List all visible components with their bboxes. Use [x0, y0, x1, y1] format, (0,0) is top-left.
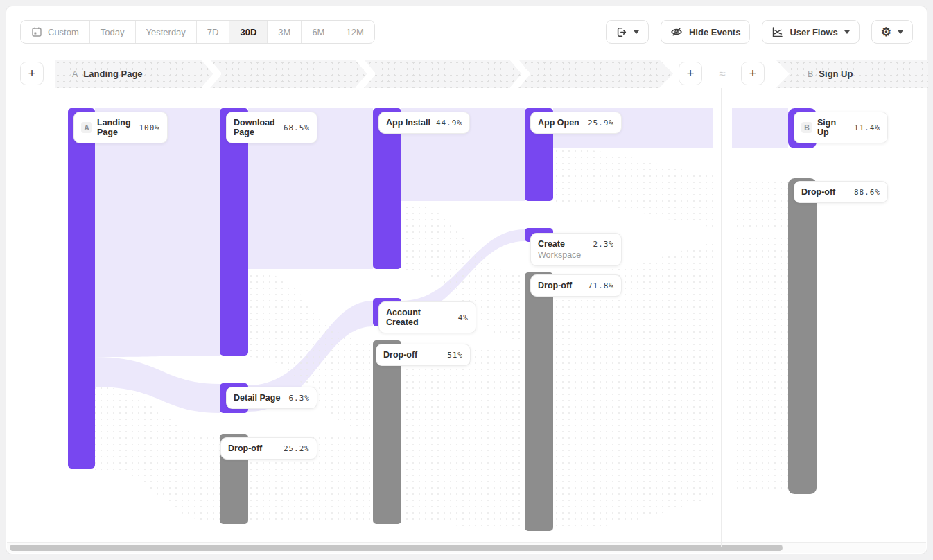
- sankey-svg: [6, 6, 928, 555]
- panel-divider: [721, 60, 722, 547]
- node-pct: 71.8%: [588, 281, 614, 290]
- panel-gap: [713, 88, 732, 547]
- node-name: Drop-off: [228, 444, 262, 453]
- node-bar-dropoff-71[interactable]: [525, 272, 553, 531]
- flow-dropoff-dropoff-3: [401, 342, 525, 530]
- node-name: Drop-off: [538, 281, 572, 290]
- flow-a-band[interactable]: A Landing Page: [55, 60, 673, 88]
- node-bar-download-page[interactable]: [220, 108, 248, 356]
- node-bar-dropoff-88[interactable]: [788, 178, 817, 494]
- add-step-after-button[interactable]: +: [679, 62, 702, 85]
- node-name-line2: Workspace: [538, 250, 614, 260]
- node-label-download-page[interactable]: Download Page 68.5%: [226, 112, 317, 143]
- node-label-sign-up[interactable]: B Sign Up 11.4%: [794, 112, 888, 143]
- node-name: Create: [538, 239, 565, 249]
- node-pct: 2.3%: [593, 240, 615, 249]
- node-label-app-open[interactable]: App Open 25.9%: [530, 112, 622, 134]
- flow-a-badge: A: [72, 69, 78, 79]
- flow-b-band[interactable]: B Sign Up: [776, 60, 928, 88]
- node-pct: 44.9%: [436, 119, 462, 128]
- node-name: App Open: [538, 118, 579, 128]
- node-bar-dropoff-51[interactable]: [373, 340, 401, 524]
- node-pct: 25.2%: [284, 444, 310, 453]
- node-label-dropoff-71[interactable]: Drop-off 71.8%: [530, 274, 622, 297]
- node-label-landing-page[interactable]: A Landing Page 100%: [73, 112, 168, 143]
- node-pct: 100%: [139, 123, 161, 132]
- node-pct: 51%: [447, 351, 463, 360]
- node-pct: 88.6%: [854, 188, 880, 197]
- chevron-separator-icon: [356, 60, 375, 88]
- horizontal-scrollbar-thumb[interactable]: [10, 545, 783, 551]
- node-label-dropoff-51[interactable]: Drop-off 51%: [376, 344, 471, 366]
- node-name: Landing Page: [97, 118, 134, 137]
- chevron-separator-icon: [510, 60, 530, 88]
- node-name: Drop-off: [801, 187, 835, 197]
- node-bar-landing-page[interactable]: [68, 108, 95, 469]
- flow-separator-approx: ≈: [712, 60, 733, 88]
- flow-appopen-dropoff: [553, 148, 788, 231]
- flow-a-label: Landing Page: [83, 69, 142, 79]
- node-pct: 6.3%: [289, 394, 311, 403]
- node-label-detail-page[interactable]: Detail Page 6.3%: [226, 387, 317, 409]
- node-pct: 25.9%: [588, 119, 614, 128]
- steps-header: + A Landing Page + ≈ +: [20, 60, 927, 88]
- node-label-create-workspace[interactable]: Create 2.3% Workspace: [530, 233, 622, 266]
- flow-b-badge: B: [808, 69, 813, 79]
- flow-landing-download: [95, 108, 220, 357]
- node-pct: 4%: [458, 313, 469, 322]
- node-name: Account Created: [386, 308, 453, 327]
- node-label-dropoff-88[interactable]: Drop-off 88.6%: [794, 181, 888, 203]
- flow-b-label: Sign Up: [819, 69, 853, 79]
- node-pct: 11.4%: [854, 123, 880, 132]
- node-name: Detail Page: [234, 393, 280, 403]
- node-name: Drop-off: [383, 350, 417, 360]
- add-step-flow-b-button[interactable]: +: [741, 62, 765, 85]
- node-badge: A: [81, 122, 92, 133]
- flow-a-header: A Landing Page: [72, 69, 143, 79]
- node-badge: B: [801, 122, 812, 133]
- sankey-chart: A Landing Page 100% Download Page 68.5% …: [6, 6, 928, 555]
- node-label-app-install[interactable]: App Install 44.9%: [378, 112, 470, 134]
- node-name: Sign Up: [817, 118, 849, 137]
- user-flows-panel: Custom Today Yesterday 7D 30D 3M 6M 12M: [6, 6, 927, 554]
- node-name: App Install: [386, 118, 430, 128]
- node-name: Download Page: [234, 118, 279, 137]
- flow-b-header: B Sign Up: [808, 69, 853, 79]
- add-step-before-button[interactable]: +: [20, 62, 44, 85]
- horizontal-scrollbar-track[interactable]: [7, 542, 926, 553]
- node-pct: 68.5%: [284, 123, 310, 132]
- node-label-dropoff-25[interactable]: Drop-off 25.2%: [220, 437, 317, 460]
- chevron-separator-icon: [202, 60, 221, 88]
- node-label-account-created[interactable]: Account Created 4%: [378, 301, 476, 333]
